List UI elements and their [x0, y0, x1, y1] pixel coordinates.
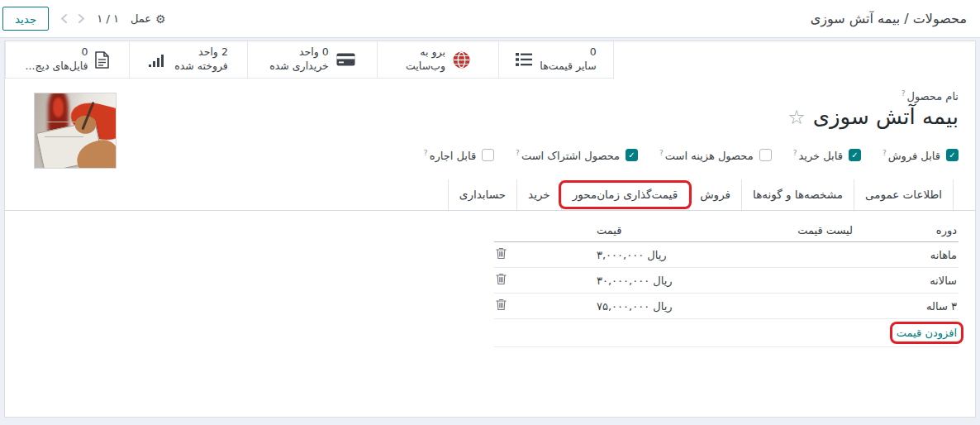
topbar-controls: ⚙ عمل ۱ / ۱ جدید — [2, 7, 166, 31]
breadcrumb[interactable]: محصولات / بیمه آتش سوزی — [811, 11, 967, 26]
price-cell[interactable]: ریال ۳,۰۰۰,۰۰۰ — [549, 242, 730, 268]
notebook-tabs: اطلاعات عمومی مشخصه‌ها و گونه‌ها فروش قی… — [5, 179, 975, 211]
tab-time-based-pricing[interactable]: قیمت‌گذاری زمان‌محور — [561, 179, 688, 210]
checkbox-can-be-purchased[interactable]: قابل خرید? — [793, 149, 861, 162]
delete-row-button[interactable] — [494, 247, 508, 260]
product-name-input[interactable]: بیمه آتش سوزی — [813, 103, 959, 131]
checkbox-label: قابل اجاره? — [424, 149, 476, 162]
stat-label: فروخته شده — [174, 60, 228, 74]
delete-row-button[interactable] — [494, 298, 508, 311]
list-icon — [516, 52, 532, 67]
stat-count: 0 — [540, 45, 596, 60]
file-icon — [95, 51, 109, 69]
table-row: ماهانه ریال ۳,۰۰۰,۰۰۰ — [494, 242, 959, 268]
column-header-pricelist: لیست قیمت — [730, 219, 854, 242]
product-image[interactable] — [34, 93, 117, 169]
credit-card-icon — [336, 53, 355, 66]
checkbox-label: قابل فروش? — [882, 149, 940, 162]
stat-count: 2 واحد — [174, 45, 228, 60]
stat-label: سایر قیمت‌ها — [540, 60, 596, 74]
product-name-label: نام محصول? — [424, 89, 959, 103]
pricelist-cell[interactable] — [730, 242, 854, 268]
new-button[interactable]: جدید — [2, 7, 49, 31]
time-based-pricing-table: دوره لیست قیمت قیمت ماهانه ریال ۳,۰۰۰,۰۰… — [5, 219, 959, 347]
stat-button-bar: 0 سایر قیمت‌ها برو به وب‌سایت — [5, 41, 975, 79]
globe-icon — [453, 51, 470, 69]
pricelist-cell[interactable] — [730, 268, 854, 294]
stat-button-digital-files[interactable]: 0 فایل‌های دیج... — [5, 41, 129, 78]
delete-row-button[interactable] — [494, 273, 508, 285]
price-cell[interactable]: ریال ۷۵,۰۰۰,۰۰۰ — [549, 294, 730, 319]
stat-button-units-sold[interactable]: 2 واحد فروخته شده — [129, 41, 247, 78]
period-cell[interactable]: سالانه — [854, 268, 959, 294]
add-price-link[interactable]: افزودن قیمت — [897, 327, 957, 339]
checkbox-label: قابل خرید? — [793, 149, 843, 162]
stat-button-units-purchased[interactable]: 0 واحد خریداری شده — [247, 41, 377, 78]
bar-chart-icon — [149, 53, 167, 67]
period-cell[interactable]: ماهانه — [854, 242, 959, 268]
table-row: ۳ ساله ریال ۷۵,۰۰۰,۰۰۰ — [494, 294, 959, 319]
stat-label-line2: وب‌سایت — [406, 60, 445, 74]
checkbox-is-expense[interactable]: محصول هزینه است? — [659, 149, 772, 162]
checkbox-can-be-rented[interactable]: قابل اجاره? — [424, 149, 494, 162]
checkbox-icon — [482, 149, 494, 161]
tab-accounting[interactable]: حسابداری — [448, 179, 516, 210]
stat-button-go-to-website[interactable]: برو به وب‌سایت — [377, 41, 498, 78]
product-form-sheet: 0 سایر قیمت‌ها برو به وب‌سایت — [4, 41, 976, 418]
tab-attributes-variants[interactable]: مشخصه‌ها و گونه‌ها — [741, 179, 854, 210]
title-section: نام محصول? بیمه آتش سوزی ☆ قابل فروش? قا… — [5, 79, 975, 169]
tab-purchase[interactable]: خرید — [516, 179, 561, 210]
help-question-mark: ? — [902, 89, 906, 98]
column-header-period: دوره — [854, 219, 959, 242]
pager-count: ۱ / ۱ — [97, 12, 119, 25]
checkbox-icon — [946, 149, 959, 161]
pager-right-chevron[interactable] — [78, 13, 85, 24]
stat-label: فایل‌های دیج... — [26, 60, 88, 74]
pricelist-cell[interactable] — [730, 294, 854, 319]
column-header-actions — [494, 219, 549, 242]
pager-left-chevron[interactable] — [60, 13, 68, 24]
stat-label: خریداری شده — [269, 60, 329, 74]
checkbox-is-subscription[interactable]: محصول اشتراک است? — [516, 149, 638, 162]
stat-count: 0 — [26, 45, 88, 60]
column-header-price: قیمت — [549, 219, 730, 242]
stat-count: 0 واحد — [269, 45, 329, 60]
pager-nav — [60, 13, 85, 24]
gear-icon: ⚙ — [155, 12, 166, 26]
favorite-star-icon[interactable]: ☆ — [787, 107, 806, 127]
stat-button-other-prices[interactable]: 0 سایر قیمت‌ها — [498, 41, 614, 78]
checkbox-icon — [849, 149, 861, 161]
price-cell[interactable]: ریال ۳۰,۰۰۰,۰۰۰ — [549, 268, 730, 294]
tab-sales[interactable]: فروش — [688, 179, 741, 210]
checkbox-icon — [626, 149, 638, 161]
checkbox-label: محصول اشتراک است? — [516, 149, 620, 162]
stat-label-line1: برو به — [406, 45, 445, 60]
checkbox-can-be-sold[interactable]: قابل فروش? — [882, 149, 959, 162]
control-panel: محصولات / بیمه آتش سوزی ⚙ عمل ۱ / ۱ جدید — [0, 0, 980, 38]
table-row: سالانه ریال ۳۰,۰۰۰,۰۰۰ — [494, 268, 959, 294]
tab-general-information[interactable]: اطلاعات عمومی — [854, 179, 954, 210]
add-price-row: افزودن قیمت — [494, 319, 959, 347]
period-cell[interactable]: ۳ ساله — [854, 294, 959, 319]
action-menu-button[interactable]: ⚙ عمل — [131, 12, 166, 26]
checkbox-label: محصول هزینه است? — [659, 149, 754, 162]
product-flags: قابل فروش? قابل خرید? محصول هزینه است? م… — [424, 149, 959, 162]
action-menu-label: عمل — [131, 12, 151, 25]
checkbox-icon — [759, 149, 772, 161]
